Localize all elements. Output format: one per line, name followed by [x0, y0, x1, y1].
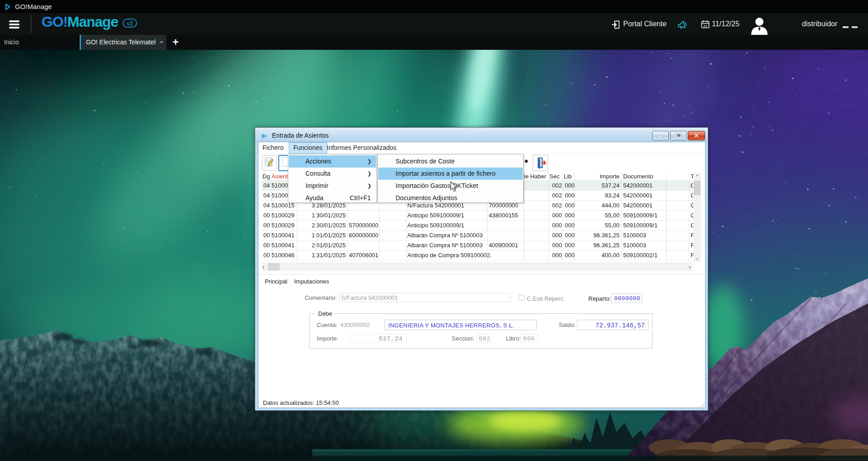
- svg-text:31: 31: [703, 24, 707, 28]
